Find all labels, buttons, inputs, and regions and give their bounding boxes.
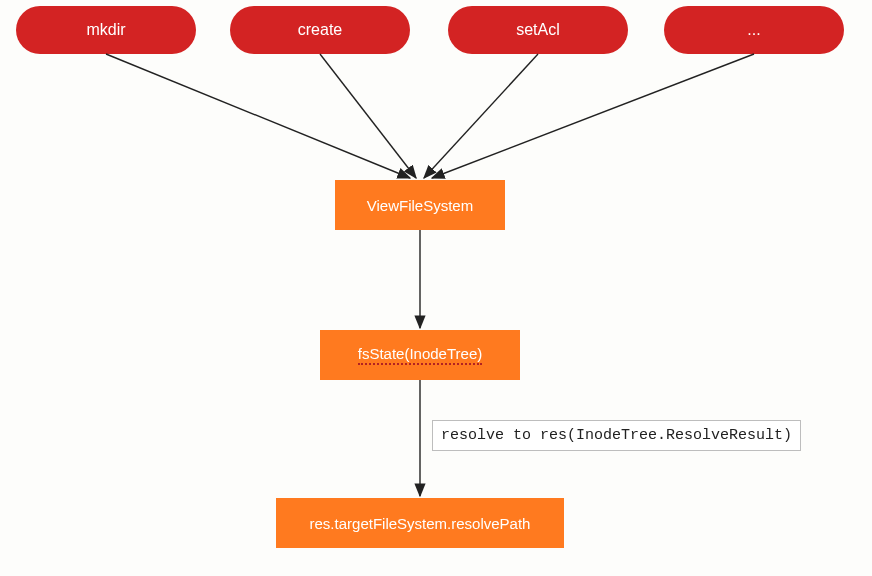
edge-setacl-viewfs	[424, 54, 538, 178]
node-fsstate-label: fsState(InodeTree)	[358, 345, 483, 365]
node-setacl: setAcl	[448, 6, 628, 54]
node-viewfilesystem-label: ViewFileSystem	[367, 197, 473, 214]
edge-more-viewfs	[432, 54, 754, 178]
node-setacl-label: setAcl	[516, 21, 560, 39]
edge-create-viewfs	[320, 54, 416, 178]
node-create: create	[230, 6, 410, 54]
diagram-arrows	[0, 0, 872, 576]
edge-annotation-resolve: resolve to res(InodeTree.ResolveResult)	[432, 420, 801, 451]
edge-mkdir-viewfs	[106, 54, 410, 178]
node-more: ...	[664, 6, 844, 54]
node-resolvepath-label: res.targetFileSystem.resolvePath	[310, 515, 531, 532]
node-mkdir-label: mkdir	[86, 21, 125, 39]
node-viewfilesystem: ViewFileSystem	[335, 180, 505, 230]
node-resolvepath: res.targetFileSystem.resolvePath	[276, 498, 564, 548]
node-more-label: ...	[747, 21, 760, 39]
node-mkdir: mkdir	[16, 6, 196, 54]
edge-annotation-resolve-text: resolve to res(InodeTree.ResolveResult)	[441, 427, 792, 444]
node-fsstate: fsState(InodeTree)	[320, 330, 520, 380]
node-create-label: create	[298, 21, 342, 39]
